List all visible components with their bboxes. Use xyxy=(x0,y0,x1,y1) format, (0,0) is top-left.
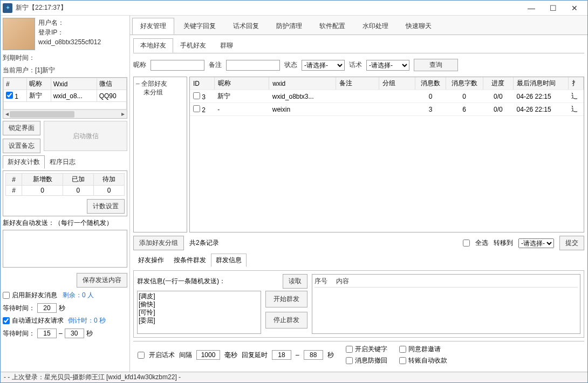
row-check[interactable] xyxy=(193,92,200,99)
group-tree[interactable]: 全部好友 未分组 xyxy=(133,77,187,232)
wait2a-input[interactable] xyxy=(37,329,57,338)
col-wxid[interactable]: Wxid xyxy=(51,78,97,90)
tab-new-friend-count[interactable]: 新好友计数 xyxy=(3,155,45,169)
close-button[interactable]: ✕ xyxy=(564,2,585,15)
tab-group-send[interactable]: 群发信息 xyxy=(211,254,247,267)
tab-group-chat[interactable]: 群聊 xyxy=(213,38,240,53)
tab-script-reply[interactable]: 话术回复 xyxy=(225,18,267,35)
left-pane: 用户名： 登录IP： wxid_o8btx3255cf012 到期时间： 当前用… xyxy=(1,16,130,372)
tab-cond-send[interactable]: 按条件群发 xyxy=(169,254,211,267)
tab-local-friends[interactable]: 本地好友 xyxy=(133,38,173,53)
op-tabs: 好友操作 按条件群发 群发信息 xyxy=(133,254,584,267)
col-idx[interactable]: # xyxy=(4,78,27,90)
read-button[interactable]: 读取 xyxy=(283,274,307,289)
search-state-select[interactable]: -请选择- xyxy=(302,60,345,71)
tree-all[interactable]: 全部好友 xyxy=(136,79,184,88)
memo-button[interactable]: 设置备忘 xyxy=(3,139,40,153)
auto-send-label: 新好友自动发送：（每行一个随机发） xyxy=(3,218,127,228)
count-table: # 新增数 已加 待加 # 0 0 0 xyxy=(5,173,125,196)
wxid-value: wxid_o8btx3255cf012 xyxy=(38,37,101,47)
minimize-button[interactable]: — xyxy=(521,2,542,15)
enable-keyword-check[interactable] xyxy=(346,346,353,353)
account-grid: # 昵称 Wxid 微信 1 新宁 wxid_o8... QQ90 ◂▸ xyxy=(3,77,127,119)
launch-wechat-button[interactable]: 启动微信 xyxy=(44,121,127,151)
login-ip-label: 登录IP： xyxy=(38,28,101,37)
left-sub-tabs: 新好友计数 程序日志 xyxy=(3,155,127,169)
countdown-label: 倒计时：0 秒 xyxy=(68,316,106,325)
add-group-button[interactable]: 添加好友分组 xyxy=(133,236,184,250)
app-window: ✦ 新宁【22:17:37】 — ☐ ✕ 用户名： 登录IP： wxid_o8b… xyxy=(0,0,588,383)
tab-software-config[interactable]: 软件配置 xyxy=(311,18,353,35)
record-count: 共2条记录 xyxy=(189,238,219,248)
maximize-button[interactable]: ☐ xyxy=(542,2,564,15)
stop-send-button[interactable]: 停止群发 xyxy=(265,312,307,329)
avatar xyxy=(3,18,35,50)
msg-list[interactable]: [调皮] [偷快] [可怜] [委屈] xyxy=(137,291,261,334)
start-send-button[interactable]: 开始群发 xyxy=(265,291,307,307)
app-icon: ✦ xyxy=(3,3,12,13)
tab-protect-clean[interactable]: 防护清理 xyxy=(268,18,310,35)
username-label: 用户名： xyxy=(38,18,101,28)
select-all-check[interactable] xyxy=(463,240,470,247)
tab-watermark[interactable]: 水印处理 xyxy=(354,18,396,35)
col-nick[interactable]: 昵称 xyxy=(27,78,51,90)
account-check[interactable] xyxy=(6,92,13,99)
result-box: 序号 内容 xyxy=(312,274,580,334)
tab-phone-friends[interactable]: 手机好友 xyxy=(173,38,213,53)
interval-input[interactable] xyxy=(196,350,220,360)
inner-tabs: 本地好友 手机好友 群聊 xyxy=(133,38,584,53)
tab-program-log[interactable]: 程序日志 xyxy=(45,155,80,169)
grid-row[interactable]: 2 - weixin 3 6 0/0 04-26 22:15 辶 xyxy=(190,103,584,116)
wait1-input[interactable] xyxy=(37,303,57,313)
statusbar: - - 上次登录：星光贝贝-摄影师王江 [wxid_kfd14w30kzbm22… xyxy=(1,372,587,382)
status-text: - - 上次登录：星光贝贝-摄影师王江 [wxid_kfd14w30kzbm22… xyxy=(4,373,181,382)
search-nick-input[interactable] xyxy=(151,60,204,71)
friend-grid: ID 昵称 wxid 备注 分组 消息数 消息字数 进度 最后消息时间 扌 xyxy=(189,77,584,232)
current-user: 当前用户：[1]新宁 xyxy=(3,66,127,75)
tab-friend-mgmt[interactable]: 好友管理 xyxy=(132,18,174,35)
right-pane: 好友管理 关键字回复 话术回复 防护清理 软件配置 水印处理 快速聊天 本地好友… xyxy=(130,16,587,372)
group-send-panel: 群发信息(一行一条随机发送)： 读取 [调皮] [偷快] [可怜] [委屈] xyxy=(133,270,584,338)
query-button[interactable]: 查询 xyxy=(414,59,458,71)
anti-recall-check[interactable] xyxy=(346,357,353,364)
enable-new-msg-check[interactable] xyxy=(3,292,10,299)
auto-collect-check[interactable] xyxy=(399,357,406,364)
row-check[interactable] xyxy=(193,105,200,112)
group-send-label: 群发信息(一行一条随机发送)： xyxy=(137,277,225,286)
main-tabs: 好友管理 关键字回复 话术回复 防护清理 软件配置 水印处理 快速聊天 xyxy=(130,16,587,35)
tab-quick-chat[interactable]: 快速聊天 xyxy=(398,18,440,35)
window-title: 新宁【22:17:37】 xyxy=(16,3,521,12)
tab-keyword-reply[interactable]: 关键字回复 xyxy=(175,18,224,35)
delay-a-input[interactable] xyxy=(272,350,291,360)
accept-invite-check[interactable] xyxy=(399,346,406,353)
tree-ungrouped[interactable]: 未分组 xyxy=(136,88,184,97)
auto-send-textarea[interactable] xyxy=(3,230,127,268)
submit-button[interactable]: 提交 xyxy=(559,236,584,250)
wait2b-input[interactable] xyxy=(65,329,84,338)
grid-row[interactable]: 3 新宁 wxid_o8btx3... 0 0 0/0 04-26 22:15 … xyxy=(190,90,584,103)
save-send-button[interactable]: 保存发送内容 xyxy=(77,273,127,288)
search-remark-input[interactable] xyxy=(226,60,280,71)
search-script-select[interactable]: -请选择- xyxy=(366,60,409,71)
search-row: 昵称 备注 状态 -请选择- 话术 -请选择- 查询 xyxy=(133,57,584,73)
expire-label: 到期时间： xyxy=(3,53,127,63)
remaining-label: 剩余：0 人 xyxy=(63,291,94,300)
tab-friend-op[interactable]: 好友操作 xyxy=(133,254,169,267)
account-row[interactable]: 1 新宁 wxid_o8... QQ90 xyxy=(4,90,127,102)
account-hscroll[interactable]: ◂▸ xyxy=(3,110,127,118)
col-wx[interactable]: 微信 xyxy=(97,78,126,90)
enable-script-check[interactable] xyxy=(138,352,145,359)
bottom-bar: 开启话术 间隔 毫秒 回复延时 – 秒 开启关键字 消息防撤回 同意群邀请 xyxy=(133,341,584,368)
count-settings-button[interactable]: 计数设置 xyxy=(87,199,125,214)
titlebar: ✦ 新宁【22:17:37】 — ☐ ✕ xyxy=(1,1,587,16)
user-meta: 用户名： 登录IP： wxid_o8btx3255cf012 xyxy=(38,18,101,50)
lock-button[interactable]: 锁定界面 xyxy=(3,121,40,135)
auto-accept-check[interactable] xyxy=(3,317,10,324)
delay-b-input[interactable] xyxy=(304,350,323,360)
move-to-select[interactable]: -请选择- xyxy=(518,238,554,248)
